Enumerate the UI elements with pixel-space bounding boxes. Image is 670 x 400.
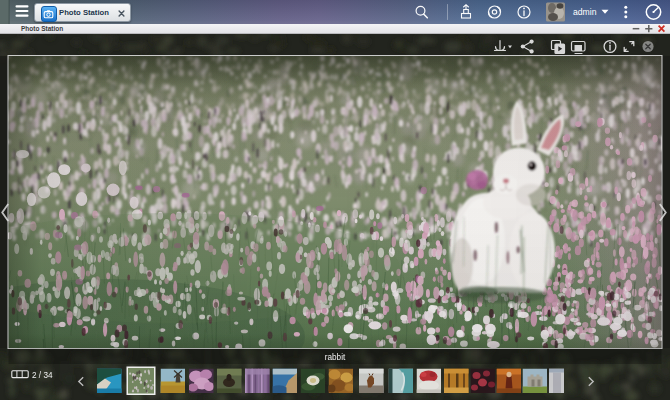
svg-text:admin: admin <box>573 7 597 17</box>
svg-text:rabbit: rabbit <box>325 353 346 362</box>
svg-text:2 / 34: 2 / 34 <box>32 371 53 380</box>
